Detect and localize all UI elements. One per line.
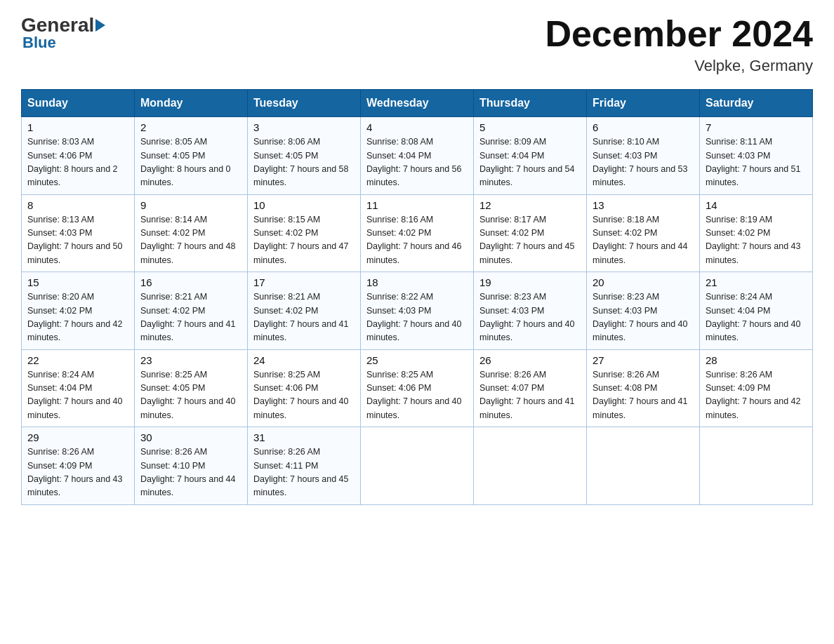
day-number: 5 [479, 121, 581, 133]
calendar-week-row: 15 Sunrise: 8:20 AMSunset: 4:02 PMDaylig… [22, 272, 813, 350]
day-number: 1 [27, 121, 128, 133]
day-info: Sunrise: 8:10 AMSunset: 4:03 PMDaylight:… [593, 137, 688, 187]
day-info: Sunrise: 8:26 AMSunset: 4:08 PMDaylight:… [593, 370, 688, 420]
day-info: Sunrise: 8:26 AMSunset: 4:09 PMDaylight:… [27, 447, 123, 497]
day-number: 16 [140, 276, 241, 288]
calendar-week-row: 22 Sunrise: 8:24 AMSunset: 4:04 PMDaylig… [22, 349, 813, 427]
location-subtitle: Velpke, Germany [545, 57, 813, 75]
day-number: 8 [27, 199, 128, 211]
day-number: 29 [27, 431, 128, 443]
calendar-cell: 12 Sunrise: 8:17 AMSunset: 4:02 PMDaylig… [474, 194, 587, 272]
day-number: 12 [479, 199, 581, 211]
day-number: 19 [479, 276, 581, 288]
day-info: Sunrise: 8:13 AMSunset: 4:03 PMDaylight:… [27, 215, 123, 265]
calendar-cell: 1 Sunrise: 8:03 AMSunset: 4:06 PMDayligh… [22, 117, 135, 195]
day-info: Sunrise: 8:19 AMSunset: 4:02 PMDaylight:… [706, 215, 801, 265]
calendar-cell: 2 Sunrise: 8:05 AMSunset: 4:05 PMDayligh… [135, 117, 248, 195]
day-info: Sunrise: 8:05 AMSunset: 4:05 PMDaylight:… [140, 137, 231, 187]
calendar-cell: 17 Sunrise: 8:21 AMSunset: 4:02 PMDaylig… [248, 272, 361, 350]
calendar-cell [474, 427, 587, 505]
col-header-friday: Friday [587, 90, 700, 117]
day-number: 11 [366, 199, 468, 211]
day-number: 7 [706, 121, 807, 133]
day-info: Sunrise: 8:26 AMSunset: 4:07 PMDaylight:… [479, 370, 575, 420]
calendar-cell: 22 Sunrise: 8:24 AMSunset: 4:04 PMDaylig… [22, 349, 135, 427]
day-number: 2 [140, 121, 241, 133]
calendar-cell: 26 Sunrise: 8:26 AMSunset: 4:07 PMDaylig… [474, 349, 587, 427]
day-info: Sunrise: 8:20 AMSunset: 4:02 PMDaylight:… [27, 292, 123, 342]
calendar-cell: 7 Sunrise: 8:11 AMSunset: 4:03 PMDayligh… [700, 117, 813, 195]
day-number: 13 [593, 199, 694, 211]
day-info: Sunrise: 8:17 AMSunset: 4:02 PMDaylight:… [479, 215, 575, 265]
col-header-monday: Monday [135, 90, 248, 117]
calendar-cell: 30 Sunrise: 8:26 AMSunset: 4:10 PMDaylig… [135, 427, 248, 505]
day-info: Sunrise: 8:16 AMSunset: 4:02 PMDaylight:… [366, 215, 462, 265]
day-number: 15 [27, 276, 128, 288]
day-number: 9 [140, 199, 241, 211]
day-info: Sunrise: 8:26 AMSunset: 4:09 PMDaylight:… [706, 370, 801, 420]
calendar-cell [700, 427, 813, 505]
calendar-cell: 19 Sunrise: 8:23 AMSunset: 4:03 PMDaylig… [474, 272, 587, 350]
day-number: 4 [366, 121, 468, 133]
day-number: 26 [479, 354, 581, 366]
day-info: Sunrise: 8:23 AMSunset: 4:03 PMDaylight:… [593, 292, 688, 342]
day-info: Sunrise: 8:09 AMSunset: 4:04 PMDaylight:… [479, 137, 575, 187]
day-number: 24 [253, 354, 355, 366]
day-number: 14 [706, 199, 807, 211]
day-number: 30 [140, 431, 241, 443]
day-info: Sunrise: 8:26 AMSunset: 4:10 PMDaylight:… [140, 447, 236, 497]
logo-area: General Blue [21, 14, 107, 52]
day-info: Sunrise: 8:14 AMSunset: 4:02 PMDaylight:… [140, 215, 236, 265]
day-number: 3 [253, 121, 355, 133]
col-header-thursday: Thursday [474, 90, 587, 117]
title-area: December 2024 Velpke, Germany [545, 14, 813, 75]
day-info: Sunrise: 8:18 AMSunset: 4:02 PMDaylight:… [593, 215, 688, 265]
day-info: Sunrise: 8:26 AMSunset: 4:11 PMDaylight:… [253, 447, 349, 497]
day-number: 17 [253, 276, 355, 288]
calendar-cell: 13 Sunrise: 8:18 AMSunset: 4:02 PMDaylig… [587, 194, 700, 272]
logo-blue-text: Blue [22, 34, 56, 52]
calendar-cell: 20 Sunrise: 8:23 AMSunset: 4:03 PMDaylig… [587, 272, 700, 350]
col-header-saturday: Saturday [700, 90, 813, 117]
day-number: 27 [593, 354, 694, 366]
calendar-cell: 3 Sunrise: 8:06 AMSunset: 4:05 PMDayligh… [248, 117, 361, 195]
calendar-week-row: 8 Sunrise: 8:13 AMSunset: 4:03 PMDayligh… [22, 194, 813, 272]
day-info: Sunrise: 8:23 AMSunset: 4:03 PMDaylight:… [479, 292, 575, 342]
day-number: 31 [253, 431, 355, 443]
day-info: Sunrise: 8:11 AMSunset: 4:03 PMDaylight:… [706, 137, 801, 187]
calendar-cell: 6 Sunrise: 8:10 AMSunset: 4:03 PMDayligh… [587, 117, 700, 195]
day-info: Sunrise: 8:24 AMSunset: 4:04 PMDaylight:… [706, 292, 801, 342]
day-number: 18 [366, 276, 468, 288]
calendar-cell: 4 Sunrise: 8:08 AMSunset: 4:04 PMDayligh… [361, 117, 474, 195]
calendar-cell: 24 Sunrise: 8:25 AMSunset: 4:06 PMDaylig… [248, 349, 361, 427]
calendar-cell: 27 Sunrise: 8:26 AMSunset: 4:08 PMDaylig… [587, 349, 700, 427]
col-header-wednesday: Wednesday [361, 90, 474, 117]
month-year-title: December 2024 [545, 14, 813, 54]
day-number: 10 [253, 199, 355, 211]
day-number: 21 [706, 276, 807, 288]
logo-arrow-icon [95, 19, 105, 32]
col-header-tuesday: Tuesday [248, 90, 361, 117]
calendar-table: SundayMondayTuesdayWednesdayThursdayFrid… [21, 89, 813, 505]
calendar-cell: 21 Sunrise: 8:24 AMSunset: 4:04 PMDaylig… [700, 272, 813, 350]
day-info: Sunrise: 8:03 AMSunset: 4:06 PMDaylight:… [27, 137, 118, 187]
day-number: 25 [366, 354, 468, 366]
day-info: Sunrise: 8:15 AMSunset: 4:02 PMDaylight:… [253, 215, 349, 265]
header-area: General Blue December 2024 Velpke, Germa… [21, 14, 813, 75]
day-info: Sunrise: 8:22 AMSunset: 4:03 PMDaylight:… [366, 292, 462, 342]
calendar-cell: 16 Sunrise: 8:21 AMSunset: 4:02 PMDaylig… [135, 272, 248, 350]
day-number: 23 [140, 354, 241, 366]
calendar-cell: 23 Sunrise: 8:25 AMSunset: 4:05 PMDaylig… [135, 349, 248, 427]
day-number: 20 [593, 276, 694, 288]
day-info: Sunrise: 8:25 AMSunset: 4:05 PMDaylight:… [140, 370, 236, 420]
day-info: Sunrise: 8:06 AMSunset: 4:05 PMDaylight:… [253, 137, 349, 187]
calendar-cell: 29 Sunrise: 8:26 AMSunset: 4:09 PMDaylig… [22, 427, 135, 505]
calendar-cell: 5 Sunrise: 8:09 AMSunset: 4:04 PMDayligh… [474, 117, 587, 195]
day-number: 28 [706, 354, 807, 366]
calendar-week-row: 29 Sunrise: 8:26 AMSunset: 4:09 PMDaylig… [22, 427, 813, 505]
calendar-cell: 31 Sunrise: 8:26 AMSunset: 4:11 PMDaylig… [248, 427, 361, 505]
calendar-cell: 9 Sunrise: 8:14 AMSunset: 4:02 PMDayligh… [135, 194, 248, 272]
day-info: Sunrise: 8:24 AMSunset: 4:04 PMDaylight:… [27, 370, 123, 420]
calendar-cell [361, 427, 474, 505]
day-number: 22 [27, 354, 128, 366]
